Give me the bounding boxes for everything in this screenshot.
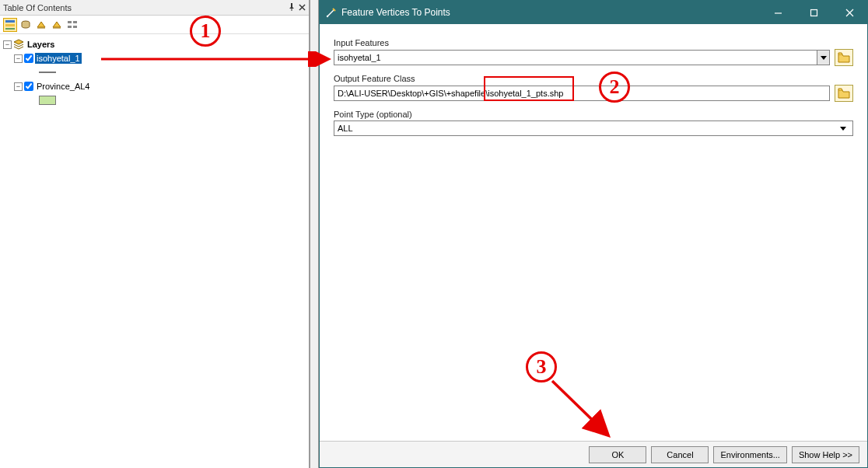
layer-label[interactable]: isohyetal_1 (35, 53, 82, 64)
svg-rect-6 (68, 26, 72, 28)
layers-icon (13, 39, 24, 50)
output-textbox[interactable] (334, 86, 830, 101)
browse-input-button[interactable] (835, 49, 853, 66)
titlebar[interactable]: Feature Vertices To Points (320, 1, 867, 24)
layer-checkbox[interactable] (24, 54, 33, 63)
toc-panel: Table Of Contents − (0, 0, 310, 468)
chevron-down-icon (821, 56, 827, 60)
point-type-label: Point Type (optional) (334, 110, 853, 119)
output-input[interactable] (338, 87, 826, 100)
maximize-button[interactable] (796, 1, 831, 24)
svg-point-8 (327, 16, 328, 17)
tool-dialog: Feature Vertices To Points Input Feature… (319, 0, 868, 468)
expander-icon[interactable]: − (14, 82, 23, 91)
list-by-drawing-order-button[interactable] (3, 18, 17, 32)
environments-button[interactable]: Environments... (713, 446, 786, 463)
output-label: Output Feature Class (334, 74, 853, 83)
tree-root-layers[interactable]: − Layers (3, 37, 306, 51)
svg-rect-7 (73, 26, 77, 28)
svg-rect-0 (5, 20, 15, 23)
cancel-button[interactable]: Cancel (651, 446, 709, 463)
layer-checkbox[interactable] (24, 82, 33, 91)
tool-icon (326, 7, 337, 18)
input-features-label: Input Features (334, 38, 853, 47)
svg-rect-4 (68, 21, 72, 23)
point-type-value: ALL (338, 124, 353, 133)
minimize-button[interactable] (760, 1, 796, 24)
toc-header: Table Of Contents (0, 0, 309, 16)
toc-tree: − Layers − isohyetal_1 − Province_AL4 (0, 34, 309, 110)
ok-button[interactable]: OK (589, 446, 646, 463)
toc-toolbar (0, 16, 309, 34)
list-by-visibility-button[interactable] (34, 18, 48, 32)
layer-label[interactable]: Province_AL4 (35, 81, 92, 92)
legend-polygon-symbol (39, 96, 56, 105)
expander-icon[interactable]: − (3, 40, 12, 49)
dialog-title: Feature Vertices To Points (341, 7, 450, 18)
input-features-value: isohyetal_1 (338, 53, 381, 62)
layer-item-province[interactable]: − Province_AL4 (3, 79, 306, 93)
layer-item-isohyetal[interactable]: − isohyetal_1 (3, 51, 306, 65)
close-icon[interactable] (299, 3, 306, 12)
tree-root-label: Layers (26, 39, 56, 50)
point-type-select[interactable]: ALL (334, 120, 853, 136)
list-by-source-button[interactable] (19, 18, 33, 32)
dropdown-button[interactable] (817, 51, 829, 65)
pane-splitter[interactable] (310, 0, 319, 468)
svg-rect-9 (810, 9, 817, 16)
show-help-button[interactable]: Show Help >> (792, 446, 859, 463)
options-button[interactable] (65, 18, 79, 32)
browse-output-button[interactable] (835, 85, 853, 102)
close-button[interactable] (831, 1, 867, 24)
pin-icon[interactable] (288, 3, 296, 12)
dialog-footer: OK Cancel Environments... Show Help >> (320, 441, 867, 467)
chevron-down-icon (840, 127, 846, 131)
input-features-combo[interactable]: isohyetal_1 (334, 50, 830, 65)
legend-line-symbol (39, 72, 56, 73)
svg-rect-2 (5, 28, 15, 30)
toc-title: Table Of Contents (3, 3, 72, 12)
svg-rect-1 (5, 24, 15, 26)
svg-rect-5 (73, 21, 77, 23)
dialog-body: Input Features isohyetal_1 Output Featur… (320, 24, 867, 441)
expander-icon[interactable]: − (14, 54, 23, 63)
layer-legend-province (3, 93, 306, 107)
list-by-selection-button[interactable] (50, 18, 64, 32)
layer-legend-isohyetal (3, 65, 306, 79)
